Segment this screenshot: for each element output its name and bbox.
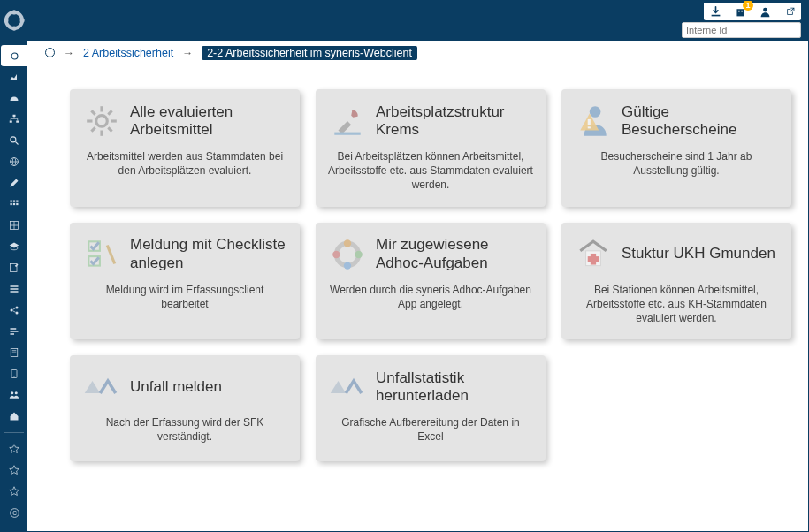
main-content: → 2 Arbeitssicherheit → 2-2 Arbeitssiche…	[27, 40, 808, 531]
card-arbeitsplatzstruktur-krems[interactable]: Arbeitsplatzstruktur Krems Bei Arbeitspl…	[316, 89, 546, 207]
list-icon	[9, 284, 19, 294]
svg-point-67	[344, 239, 351, 247]
download-icon	[710, 6, 721, 18]
checklist-icon	[82, 235, 121, 274]
card-gueltige-besucherscheine[interactable]: Gültige Besucherscheine Besucherscheine …	[561, 89, 791, 207]
home-icon	[9, 411, 19, 422]
sidebar-item-home[interactable]	[1, 45, 27, 66]
sidebar-item-users[interactable]	[1, 384, 27, 406]
svg-rect-41	[11, 333, 15, 335]
breadcrumb-root-icon[interactable]	[45, 48, 55, 57]
chart-icon	[9, 72, 19, 82]
card-unfall-melden[interactable]: Unfall melden Nach der Erfassung wird de…	[70, 355, 300, 461]
download-button[interactable]	[709, 5, 721, 18]
card-title: Stuktur UKH Gmunden	[622, 245, 775, 262]
breadcrumb-level1[interactable]: 2 Arbeitssicherheit	[83, 47, 173, 59]
sidebar-item-list[interactable]	[1, 278, 27, 300]
svg-line-59	[108, 110, 111, 114]
sidebar-item-education[interactable]	[1, 236, 27, 257]
card-title: Meldung mit Checkliste anlegen	[130, 236, 287, 272]
sidebar-fav-2[interactable]	[1, 460, 27, 481]
search-input[interactable]	[686, 25, 808, 35]
breadcrumb-current: 2-2 Arbeitssicherheit im syneris-Webclie…	[202, 46, 417, 60]
card-desc: Arbeitsmittel werden aus Stammdaten bei …	[82, 149, 287, 178]
svg-point-0	[6, 12, 22, 28]
card-meldung-checkliste[interactable]: Meldung mit Checkliste anlegen Meldung w…	[70, 223, 300, 340]
svg-rect-22	[13, 201, 15, 202]
notifications-button[interactable]: 1	[734, 5, 746, 18]
user-icon	[759, 6, 771, 18]
svg-rect-60	[334, 133, 360, 135]
sidebar-fav-1[interactable]	[1, 438, 27, 460]
svg-rect-13	[13, 115, 16, 117]
grid-icon	[9, 220, 19, 231]
svg-line-37	[13, 308, 16, 310]
pencil-icon	[9, 178, 19, 188]
sidebar-item-org[interactable]	[1, 109, 27, 130]
sidebar-item-hbar[interactable]	[1, 321, 27, 342]
svg-point-69	[344, 262, 351, 269]
tools-icon	[328, 102, 367, 141]
sidebar-item-write[interactable]	[1, 257, 27, 278]
sidebar-copyright[interactable]: C	[1, 502, 27, 523]
card-title: Unfallstatistik herunterladen	[376, 369, 533, 406]
svg-rect-62	[588, 119, 591, 125]
svg-rect-25	[13, 203, 15, 205]
breadcrumb: → 2 Arbeitssicherheit → 2-2 Arbeitssiche…	[27, 40, 808, 65]
svg-point-51	[96, 116, 108, 127]
svg-rect-39	[11, 328, 17, 330]
card-adhoc-aufgaben[interactable]: Mir zugewiesene Adhoc-Aufgaben Werden du…	[316, 223, 546, 340]
search-box[interactable]	[682, 22, 801, 38]
sidebar-item-dashboard[interactable]	[1, 87, 27, 109]
card-title: Gültige Besucherscheine	[622, 103, 779, 140]
svg-point-47	[11, 391, 13, 394]
document-icon	[9, 347, 19, 358]
svg-rect-40	[11, 331, 19, 332]
card-alle-evaluierten-arbeitsmittel[interactable]: Alle evaluierten Arbeitsmittel Arbeitsmi…	[70, 89, 300, 207]
svg-point-9	[763, 7, 767, 11]
svg-rect-21	[11, 201, 12, 202]
sidebar: C	[1, 40, 27, 531]
sidebar-item-home2[interactable]	[1, 406, 27, 427]
svg-line-17	[16, 142, 19, 145]
svg-rect-5	[711, 14, 720, 16]
card-title: Unfall melden	[130, 378, 222, 396]
graduation-icon	[9, 241, 19, 252]
sidebar-item-edit[interactable]	[1, 172, 27, 194]
sidebar-item-search[interactable]	[1, 130, 27, 151]
ring-logo-icon	[3, 9, 26, 32]
card-desc: Werden durch die syneris Adhoc-Aufgaben …	[328, 283, 533, 311]
sidebar-item-grid[interactable]	[1, 215, 27, 236]
globe-icon	[9, 156, 19, 167]
ring-icon	[328, 235, 367, 274]
medical-house-icon	[574, 235, 613, 274]
copyright-icon: C	[9, 507, 20, 519]
sidebar-item-globe[interactable]	[1, 151, 27, 172]
sidebar-item-chart[interactable]	[1, 66, 27, 87]
external-link-button[interactable]	[783, 5, 796, 18]
svg-rect-7	[738, 10, 740, 11]
card-unfallstatistik-herunterladen[interactable]: Unfallstatistik herunterladen Grafische …	[316, 355, 546, 461]
user-button[interactable]	[759, 5, 771, 18]
app-logo[interactable]	[1, 1, 27, 40]
card-desc: Nach der Erfassung wird der SFK verständ…	[82, 415, 287, 444]
sidebar-item-doc[interactable]	[1, 342, 27, 363]
svg-point-48	[15, 391, 18, 394]
topbar-right: 1	[682, 1, 808, 40]
star-icon	[9, 444, 19, 454]
svg-line-56	[91, 110, 95, 114]
search-icon	[9, 135, 19, 146]
sidebar-item-device[interactable]	[1, 363, 27, 384]
card-struktur-ukh-gmunden[interactable]: Stuktur UKH Gmunden Bei Stationen können…	[561, 223, 791, 340]
external-link-icon	[784, 6, 796, 18]
svg-rect-23	[16, 201, 18, 202]
svg-rect-14	[10, 121, 12, 123]
card-title: Arbeitsplatzstruktur Krems	[376, 103, 533, 140]
sidebar-fav-3[interactable]	[1, 481, 27, 502]
sidebar-item-th[interactable]	[1, 194, 27, 215]
svg-point-46	[13, 376, 14, 376]
svg-point-2	[11, 27, 16, 31]
hbar-icon	[9, 326, 19, 337]
sidebar-item-share[interactable]	[1, 300, 27, 321]
card-desc: Besucherscheine sind 1 Jahr ab Ausstellu…	[574, 149, 779, 178]
